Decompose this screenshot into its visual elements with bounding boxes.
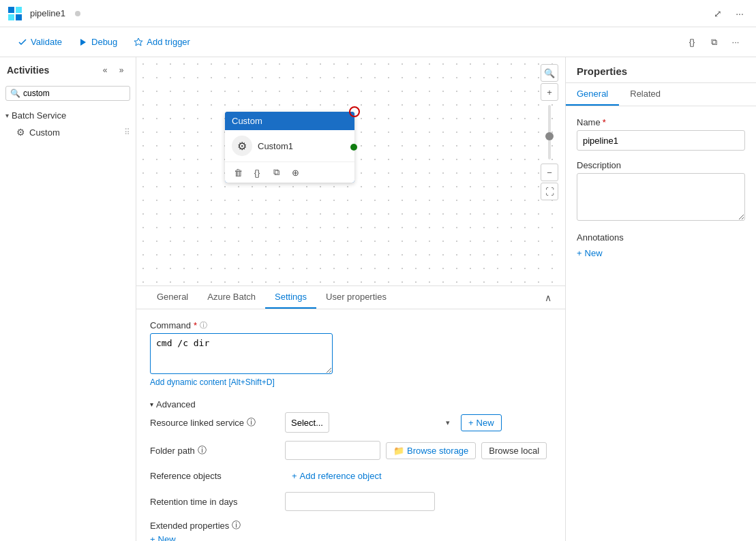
activity-node-custom1: Custom ⚙ Custom1 🗑 {} ⧉ ⊕: [225, 112, 354, 183]
code-icon[interactable]: {}: [682, 33, 701, 52]
node-body: ⚙ Custom1: [225, 130, 354, 161]
browse-local-button[interactable]: Browse local: [481, 442, 547, 459]
svg-rect-0: [8, 7, 14, 13]
new-annotation-button[interactable]: + New: [577, 248, 603, 258]
center-panel: Custom ⚙ Custom1 🗑 {} ⧉ ⊕: [136, 57, 565, 541]
node-error-indicator: [349, 106, 360, 117]
svg-rect-1: [16, 7, 22, 13]
command-input[interactable]: cmd /c dir: [150, 333, 333, 374]
zoom-slider-track: [548, 105, 551, 159]
zoom-slider-thumb: [545, 132, 554, 140]
group-label-batch-service: Batch Service: [12, 110, 66, 121]
node-success-dot: [350, 144, 357, 151]
extended-info-icon[interactable]: ⓘ: [232, 519, 241, 531]
group-arrow-icon: ▾: [5, 112, 9, 119]
advanced-section: ▾ Advanced Resource linked service ⓘ Sel…: [150, 397, 551, 541]
toolbar-right: {} ⧉ ···: [682, 33, 745, 52]
extended-properties-row: Extended properties ⓘ: [150, 519, 551, 531]
zoom-in-icon[interactable]: +: [541, 83, 558, 101]
annotations-label: Annotations: [577, 232, 745, 243]
resource-new-button[interactable]: + New: [461, 414, 502, 431]
validate-button[interactable]: Validate: [11, 33, 69, 50]
expand-icon[interactable]: ⤢: [708, 4, 727, 23]
more-options-icon[interactable]: ···: [726, 33, 745, 52]
sidebar-group-batch-service: ▾ Batch Service ⚙ Custom ⠿: [0, 106, 136, 142]
canvas[interactable]: Custom ⚙ Custom1 🗑 {} ⧉ ⊕: [136, 57, 565, 285]
zoom-out-icon[interactable]: −: [541, 164, 558, 181]
sidebar-item-label-custom: Custom: [29, 127, 120, 138]
add-reference-object-button[interactable]: + Add reference object: [285, 468, 389, 484]
sidebar-header: Activities « »: [0, 57, 136, 83]
delete-node-icon[interactable]: 🗑: [230, 165, 245, 180]
extended-properties-label: Extended properties ⓘ: [150, 519, 241, 531]
collapse-icon[interactable]: «: [97, 63, 112, 78]
extended-new-button[interactable]: + New: [150, 534, 176, 541]
properties-content: Name * Description Annotations + New: [566, 106, 756, 541]
connect-node-icon[interactable]: ⊕: [288, 165, 303, 180]
split-icon[interactable]: ⧉: [704, 33, 723, 52]
tab-user-properties[interactable]: User properties: [316, 286, 396, 309]
extended-new-row: + New: [150, 534, 551, 541]
browse-storage-button[interactable]: 📁 Browse storage: [386, 442, 476, 459]
add-trigger-button[interactable]: Add trigger: [127, 33, 197, 50]
properties-tabs: General Related: [566, 83, 756, 106]
collapse-panel-icon[interactable]: ∧: [542, 290, 554, 306]
search-icon: 🔍: [10, 89, 20, 98]
fit-to-screen-icon[interactable]: ⛶: [541, 183, 558, 200]
add-ref-icon: +: [292, 471, 297, 481]
description-input[interactable]: [577, 173, 745, 221]
node-title: Custom1: [258, 141, 293, 151]
retention-time-input[interactable]: [285, 492, 435, 511]
unsaved-indicator: [75, 11, 80, 16]
resource-info-icon[interactable]: ⓘ: [247, 416, 256, 429]
resource-select[interactable]: Select...: [285, 412, 329, 433]
name-label: Name *: [577, 117, 745, 127]
command-label: Command * ⓘ: [150, 320, 551, 330]
retention-time-row: Retention time in days: [150, 492, 551, 511]
sidebar-group-header-batch-service[interactable]: ▾ Batch Service: [0, 108, 136, 123]
debug-icon: [78, 37, 88, 47]
tab-azure-batch[interactable]: Azure Batch: [198, 286, 265, 309]
command-info-icon[interactable]: ⓘ: [200, 320, 207, 330]
debug-button[interactable]: Debug: [72, 33, 124, 50]
command-row: Command * ⓘ cmd /c dir Add dynamic conte…: [150, 320, 551, 387]
tab-general[interactable]: General: [147, 286, 198, 309]
svg-rect-2: [8, 14, 14, 20]
retention-time-label: Retention time in days: [150, 497, 279, 507]
name-input[interactable]: [577, 130, 745, 151]
bottom-tabs: General Azure Batch Settings User proper…: [136, 286, 565, 309]
zoom-slider[interactable]: [541, 102, 558, 162]
copy-node-icon[interactable]: ⧉: [269, 165, 284, 180]
pipeline-title: pipeline1: [30, 8, 65, 18]
custom-activity-icon: ⚙: [16, 127, 25, 138]
description-row: Description: [577, 160, 745, 223]
drag-handle-icon: ⠿: [124, 127, 130, 137]
double-collapse-icon[interactable]: »: [114, 63, 129, 78]
zoom-search-icon[interactable]: 🔍: [541, 64, 558, 82]
resource-label: Resource linked service ⓘ: [150, 416, 279, 429]
node-header: Custom: [225, 112, 354, 130]
sidebar-item-custom[interactable]: ⚙ Custom ⠿: [0, 123, 136, 141]
top-bar: pipeline1 ⤢ ···: [0, 0, 756, 27]
canvas-controls: 🔍 + − ⛶: [541, 64, 558, 200]
resource-select-wrap: Select...: [285, 412, 455, 433]
folder-path-input[interactable]: [285, 441, 380, 460]
folder-path-row: Folder path ⓘ 📁 Browse storage Browse lo…: [150, 441, 551, 460]
node-body-icon: ⚙: [232, 136, 252, 156]
annotation-plus-icon: +: [577, 248, 582, 258]
tab-settings[interactable]: Settings: [265, 286, 316, 309]
folder-path-label: Folder path ⓘ: [150, 444, 279, 457]
properties-tab-related[interactable]: Related: [619, 83, 671, 106]
node-card[interactable]: Custom ⚙ Custom1 🗑 {} ⧉ ⊕: [225, 112, 354, 183]
more-icon[interactable]: ···: [730, 4, 749, 23]
properties-tab-general[interactable]: General: [566, 83, 619, 106]
properties-title: Properties: [566, 57, 756, 83]
search-input[interactable]: [23, 89, 125, 98]
code-node-icon[interactable]: {}: [250, 165, 264, 180]
reference-objects-label: Reference objects: [150, 471, 279, 481]
sidebar-header-icons: « »: [97, 63, 129, 78]
advanced-toggle[interactable]: ▾ Advanced: [150, 397, 551, 412]
folder-path-info-icon[interactable]: ⓘ: [198, 444, 207, 457]
svg-rect-3: [16, 14, 22, 20]
dynamic-content-link[interactable]: Add dynamic content [Alt+Shift+D]: [150, 377, 275, 387]
